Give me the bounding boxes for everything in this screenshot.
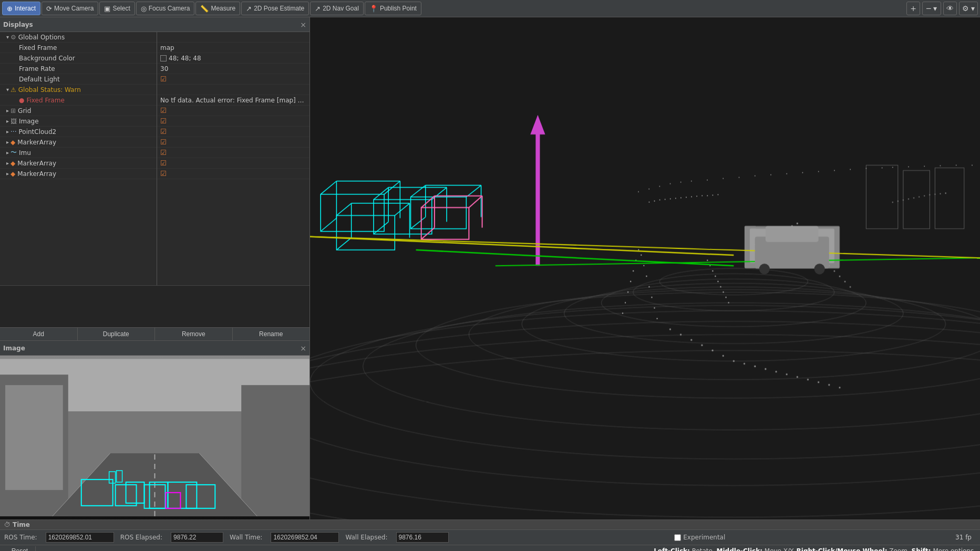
- tree-row-image[interactable]: ▸🖼Image: [0, 116, 157, 127]
- remove-button[interactable]: Remove: [155, 328, 233, 340]
- svg-point-69: [622, 313, 623, 314]
- svg-point-135: [786, 373, 788, 375]
- svg-point-99: [648, 202, 649, 203]
- value-text-v-fixed-frame-warn: No tf data. Actual error: Fixed Frame [m…: [160, 97, 306, 104]
- svg-point-110: [707, 195, 708, 196]
- svg-point-108: [696, 196, 697, 197]
- focus-camera-icon: ◎: [141, 5, 147, 13]
- interact-button[interactable]: ⊕ Interact: [2, 2, 40, 15]
- svg-point-103: [669, 199, 670, 200]
- tree-row-markerarray2[interactable]: ▸◆MarkerArray: [0, 158, 157, 169]
- eye-button[interactable]: 👁: [943, 2, 957, 15]
- svg-point-62: [646, 276, 647, 277]
- ros-time-input[interactable]: [46, 532, 114, 543]
- tree-row-grid[interactable]: ▸⊞Grid: [0, 106, 157, 116]
- svg-point-29: [755, 175, 756, 176]
- scene-3d-svg: // We'll use a pattern approach with SVG: [310, 17, 980, 519]
- tree-row-global-status[interactable]: ▾⚠Global Status: Warn: [0, 85, 157, 95]
- settings-dropdown-button[interactable]: ⚙ ▾: [959, 2, 978, 15]
- checkbox-v-markerarray3[interactable]: ☑: [160, 170, 167, 178]
- camera-view: [0, 356, 310, 519]
- tree-row-markerarray3[interactable]: ▸◆MarkerArray: [0, 169, 157, 179]
- value-row-v-frame-rate: 30: [157, 64, 310, 74]
- interact-icon: ⊕: [7, 5, 13, 13]
- svg-point-64: [648, 286, 649, 287]
- rename-button[interactable]: Rename: [233, 328, 310, 340]
- tree-row-markerarray1[interactable]: ▸◆MarkerArray: [0, 137, 157, 148]
- ros-time-label: ROS Time:: [4, 534, 37, 541]
- left-panel: Displays × ▾⚙Global OptionsFixed FrameBa…: [0, 17, 310, 519]
- tree-row-bg-color-row[interactable]: Background Color: [0, 53, 157, 64]
- publish-point-button[interactable]: 📍 Publish Point: [365, 2, 421, 15]
- svg-point-95: [834, 271, 835, 272]
- select-button[interactable]: ▣ Select: [99, 2, 135, 15]
- plus-button[interactable]: +: [906, 2, 920, 15]
- move-camera-button[interactable]: ⟳ Move Camera: [42, 2, 98, 15]
- pose-estimate-button[interactable]: ↗ 2D Pose Estimate: [241, 2, 309, 15]
- displays-panel: Displays × ▾⚙Global OptionsFixed FrameBa…: [0, 17, 310, 341]
- svg-point-82: [707, 260, 708, 261]
- hint-right-click: Right-Click/Mouse Wheel:: [797, 547, 888, 551]
- checkbox-v-imu[interactable]: ☑: [160, 149, 167, 157]
- tree-row-frame-rate-row[interactable]: Frame Rate: [0, 64, 157, 74]
- tree-arrow-imu: ▸: [6, 150, 9, 155]
- checkbox-v-default-light[interactable]: ☑: [160, 75, 167, 83]
- svg-point-111: [712, 195, 713, 196]
- tree-label-global-options: Global Options: [18, 34, 65, 41]
- svg-point-86: [717, 281, 718, 282]
- svg-point-30: [770, 174, 771, 175]
- checkbox-v-markerarray2[interactable]: ☑: [160, 159, 167, 167]
- svg-point-22: [659, 186, 660, 187]
- measure-button[interactable]: 📏 Measure: [195, 2, 240, 15]
- tree-row-global-options[interactable]: ▾⚙Global Options: [0, 32, 157, 43]
- svg-point-180: [759, 264, 770, 274]
- tree-label-imu: Imu: [19, 149, 31, 157]
- checkbox-v-pointcloud2[interactable]: ☑: [160, 128, 167, 136]
- arrow-dropdown-button[interactable]: ─ ▾: [922, 2, 941, 15]
- tree-arrow-image: ▸: [6, 118, 9, 124]
- svg-point-140: [839, 387, 840, 388]
- svg-point-67: [624, 302, 625, 303]
- ros-elapsed-input[interactable]: [171, 532, 223, 543]
- svg-point-25: [691, 181, 692, 182]
- image-close-button[interactable]: ×: [300, 344, 306, 352]
- tree-row-imu[interactable]: ▸〜Imu: [0, 148, 157, 158]
- svg-point-84: [712, 271, 713, 272]
- tree-row-fixed-frame-warn[interactable]: ●Fixed Frame: [0, 95, 157, 106]
- svg-point-89: [725, 297, 726, 298]
- svg-point-83: [709, 265, 710, 266]
- value-row-v-grid: ☑: [157, 106, 310, 116]
- svg-point-63: [630, 281, 631, 282]
- nav-goal-button[interactable]: ↗ 2D Nav Goal: [310, 2, 364, 15]
- svg-point-122: [940, 193, 941, 194]
- nav-goal-label: 2D Nav Goal: [323, 5, 359, 12]
- tree-label-fixed-frame-warn: Fixed Frame: [26, 97, 64, 104]
- tree-arrow-markerarray3: ▸: [6, 171, 9, 176]
- svg-point-58: [641, 255, 642, 256]
- checkbox-v-markerarray1[interactable]: ☑: [160, 138, 167, 146]
- experimental-checkbox[interactable]: [674, 534, 681, 541]
- tree-values: map48; 48; 4830☑No tf data. Actual error…: [157, 32, 310, 285]
- wall-elapsed-input[interactable]: [396, 532, 449, 543]
- checkbox-v-grid[interactable]: ☑: [160, 107, 167, 115]
- svg-point-65: [627, 292, 628, 293]
- wall-time-input[interactable]: [271, 532, 339, 543]
- duplicate-button[interactable]: Duplicate: [78, 328, 156, 340]
- viewport-3d[interactable]: // We'll use a pattern approach with SVG: [310, 17, 980, 519]
- hint-middle-click: Middle-Click:: [717, 547, 762, 551]
- svg-rect-19: [310, 38, 980, 499]
- reset-button[interactable]: Reset: [4, 546, 36, 551]
- focus-camera-button[interactable]: ◎ Focus Camera: [136, 2, 195, 15]
- tree-row-fixed-frame-row[interactable]: Fixed Frame: [0, 43, 157, 53]
- tree-row-default-light-row[interactable]: Default Light: [0, 74, 157, 85]
- displays-close-button[interactable]: ×: [300, 20, 306, 29]
- checkbox-v-image[interactable]: ☑: [160, 117, 167, 125]
- tree-row-pointcloud2[interactable]: ▸···PointCloud2: [0, 127, 157, 137]
- status-bottom: Reset Left-Click: Rotate. Middle-Click: …: [0, 545, 980, 551]
- hint-shift: Shift:: [912, 547, 931, 551]
- tree-arrow-markerarray2: ▸: [6, 160, 9, 166]
- add-button[interactable]: Add: [0, 328, 78, 340]
- svg-point-113: [892, 202, 893, 203]
- svg-point-85: [715, 276, 716, 277]
- measure-icon: 📏: [200, 5, 209, 13]
